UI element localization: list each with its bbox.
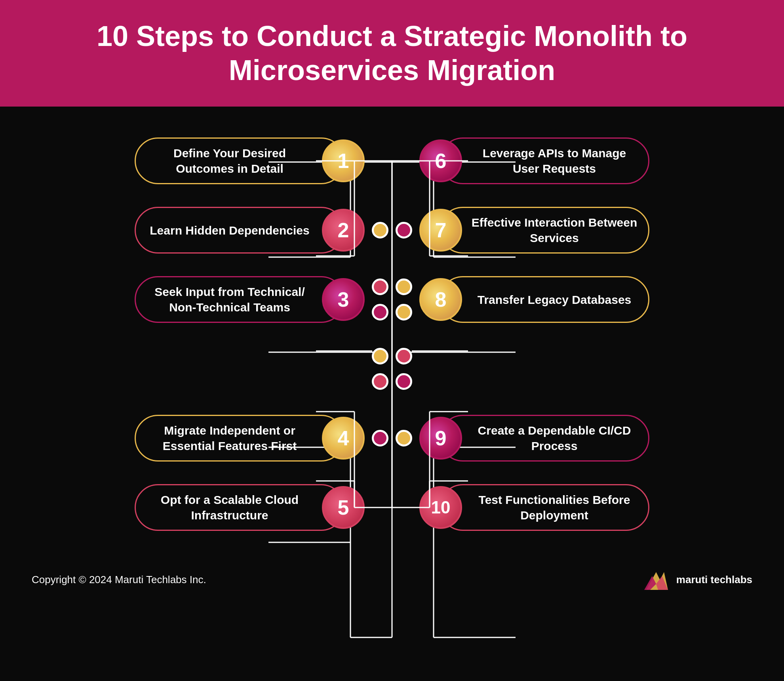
step-1: Define Your Desired Outcomes in Detail 1 — [32, 126, 344, 196]
step-8-pill: 8 Transfer Legacy Databases — [440, 276, 649, 323]
step-1-number: 1 — [338, 149, 349, 173]
step-10-circle: 10 — [419, 486, 462, 529]
step-6-pill: 6 Leverage APIs to Manage User Requests — [440, 137, 649, 184]
left-steps: Define Your Desired Outcomes in Detail 1… — [32, 126, 392, 542]
step-9-circle: 9 — [419, 417, 462, 460]
logo-icon — [642, 566, 670, 594]
step-5-pill: Opt for a Scalable Cloud Infrastructure … — [135, 484, 344, 531]
step-10-label: Test Functionalities Before Deployment — [441, 492, 648, 523]
logo-text: maruti techlabs — [676, 573, 752, 587]
step-3-circle: 3 — [322, 278, 365, 321]
step-10-pill: 10 Test Functionalities Before Deploymen… — [440, 484, 649, 531]
right-steps: 6 Leverage APIs to Manage User Requests … — [392, 126, 752, 542]
step-6-number: 6 — [435, 149, 447, 173]
step-1-pill: Define Your Desired Outcomes in Detail 1 — [135, 137, 344, 184]
step-4: Migrate Independent or Essential Feature… — [32, 404, 344, 473]
step-7-pill: 7 Effective Interaction Between Services — [440, 207, 649, 254]
step-3-label: Seek Input from Technical/ Non-Technical… — [136, 284, 343, 315]
step-4-number: 4 — [338, 426, 349, 450]
header: 10 Steps to Conduct a Strategic Monolith… — [0, 0, 784, 107]
step-6-circle: 6 — [419, 139, 462, 182]
step-7-circle: 7 — [419, 209, 462, 252]
step-3-number: 3 — [338, 288, 349, 311]
step-6-label: Leverage APIs to Manage User Requests — [441, 145, 648, 176]
page-title: 10 Steps to Conduct a Strategic Monolith… — [24, 19, 760, 88]
step-1-circle: 1 — [322, 139, 365, 182]
logo-container: maruti techlabs — [642, 566, 752, 594]
step-2-label: Learn Hidden Dependencies — [142, 223, 337, 238]
step-4-label: Migrate Independent or Essential Feature… — [136, 423, 343, 454]
step-1-label: Define Your Desired Outcomes in Detail — [136, 145, 343, 176]
step-9: 9 Create a Dependable CI/CD Process — [440, 404, 752, 473]
step-2-circle: 2 — [322, 209, 365, 252]
step-6: 6 Leverage APIs to Manage User Requests — [440, 126, 752, 196]
step-7-label: Effective Interaction Between Services — [441, 215, 648, 246]
step-7-number: 7 — [435, 218, 447, 242]
step-9-number: 9 — [435, 426, 447, 450]
step-2: Learn Hidden Dependencies 2 — [32, 196, 344, 265]
step-3-pill: Seek Input from Technical/ Non-Technical… — [135, 276, 344, 323]
step-8-number: 8 — [435, 288, 447, 311]
step-9-label: Create a Dependable CI/CD Process — [441, 423, 648, 454]
copyright-text: Copyright © 2024 Maruti Techlabs Inc. — [32, 574, 206, 586]
main-content: .conn { stroke: white; stroke-width: 3; … — [0, 107, 784, 542]
step-5-circle: 5 — [322, 486, 365, 529]
step-10-number: 10 — [431, 498, 451, 517]
step-4-circle: 4 — [322, 417, 365, 460]
step-4-pill: Migrate Independent or Essential Feature… — [135, 415, 344, 462]
footer: Copyright © 2024 Maruti Techlabs Inc. ma… — [0, 550, 784, 606]
step-2-pill: Learn Hidden Dependencies 2 — [135, 207, 344, 254]
step-8-label: Transfer Legacy Databases — [450, 292, 639, 307]
step-9-pill: 9 Create a Dependable CI/CD Process — [440, 415, 649, 462]
step-3: Seek Input from Technical/ Non-Technical… — [32, 265, 344, 334]
step-8-circle: 8 — [419, 278, 462, 321]
steps-container: Define Your Desired Outcomes in Detail 1… — [32, 126, 752, 542]
step-5: Opt for a Scalable Cloud Infrastructure … — [32, 473, 344, 542]
step-7: 7 Effective Interaction Between Services — [440, 196, 752, 265]
step-5-label: Opt for a Scalable Cloud Infrastructure — [136, 492, 343, 523]
step-10: 10 Test Functionalities Before Deploymen… — [440, 473, 752, 542]
step-2-number: 2 — [338, 218, 349, 242]
step-8: 8 Transfer Legacy Databases — [440, 265, 752, 334]
step-5-number: 5 — [338, 496, 349, 519]
